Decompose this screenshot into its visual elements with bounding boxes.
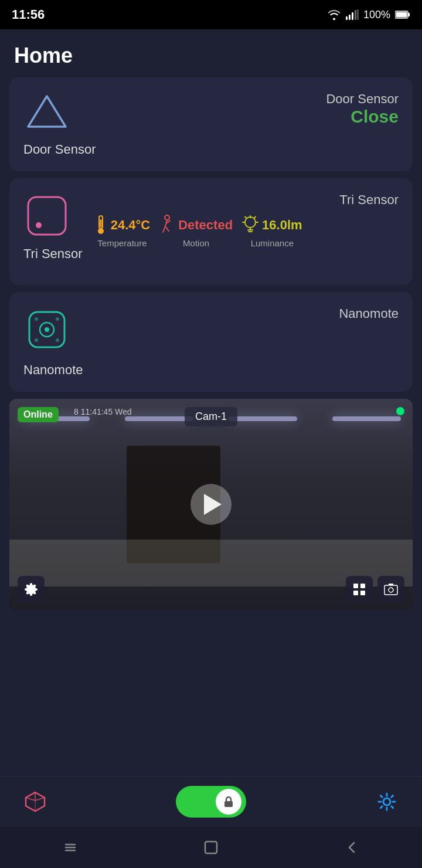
status-time: 11:56 xyxy=(12,7,45,22)
camera-right-buttons xyxy=(346,576,404,603)
svg-rect-7 xyxy=(396,12,407,18)
door-sensor-name-top: Door Sensor xyxy=(326,91,399,107)
camera-name-badge: Cam-1 xyxy=(185,407,237,426)
nanomote-label: Nanomote xyxy=(23,362,399,378)
door-sensor-icon-area xyxy=(23,91,70,133)
nav-lock-thumb xyxy=(216,789,241,815)
svg-line-17 xyxy=(165,226,169,231)
svg-rect-2 xyxy=(352,12,353,20)
header: Home xyxy=(0,29,422,77)
svg-point-30 xyxy=(45,327,49,332)
svg-point-10 xyxy=(36,222,42,228)
tri-sensor-card[interactable]: Tri Sensor Tri Sensor xyxy=(9,178,413,285)
svg-point-33 xyxy=(35,338,38,342)
door-sensor-label: Door Sensor xyxy=(23,142,399,157)
svg-point-32 xyxy=(56,317,59,321)
android-home-button[interactable] xyxy=(203,839,219,856)
svg-line-18 xyxy=(167,221,170,223)
svg-line-16 xyxy=(163,226,165,232)
svg-rect-39 xyxy=(384,585,397,595)
tri-sensor-name-top: Tri Sensor xyxy=(94,192,399,208)
nav-cube-button[interactable] xyxy=(23,790,47,813)
door-sensor-status-area: Door Sensor Close xyxy=(326,91,399,127)
android-nav xyxy=(0,827,422,868)
svg-point-49 xyxy=(383,798,390,805)
nanomote-card[interactable]: Nanomote Nanomote xyxy=(9,292,413,392)
svg-rect-53 xyxy=(205,842,217,853)
svg-rect-12 xyxy=(100,219,101,228)
door-sensor-card[interactable]: Door Sensor Close Door Sensor xyxy=(9,77,413,171)
svg-point-31 xyxy=(35,317,38,321)
tri-sensor-label: Tri Sensor xyxy=(23,246,83,262)
temperature-value: 24.4°C xyxy=(111,218,151,233)
camera-settings-button[interactable] xyxy=(18,576,45,603)
status-icons: 100% xyxy=(327,9,410,21)
camera-card[interactable]: Online 8 11:41:45 Wed Cam-1 xyxy=(9,399,413,610)
motion-icon xyxy=(159,215,175,236)
app-container: Home Door Sensor Close Door Sensor xyxy=(0,29,422,827)
svg-point-13 xyxy=(98,228,104,234)
door-sensor-status: Close xyxy=(326,107,399,127)
nav-settings-button[interactable] xyxy=(375,790,399,813)
luminance-value: 16.0lm xyxy=(262,218,302,233)
luminance-metric: 16.0lm Luminance xyxy=(242,215,302,248)
svg-rect-1 xyxy=(349,15,350,20)
camera-photo-button[interactable] xyxy=(377,576,404,603)
svg-rect-38 xyxy=(360,591,365,595)
wifi-icon xyxy=(327,9,341,20)
camera-bottom-controls xyxy=(18,576,404,603)
svg-point-14 xyxy=(165,215,169,220)
motion-value: Detected xyxy=(178,218,233,233)
svg-line-47 xyxy=(35,798,45,801)
svg-point-40 xyxy=(389,588,393,592)
svg-line-27 xyxy=(254,217,256,218)
battery-text: 100% xyxy=(363,9,390,21)
svg-marker-8 xyxy=(28,96,66,127)
android-recent-button[interactable] xyxy=(62,839,79,856)
svg-line-46 xyxy=(26,798,35,801)
camera-status-dot xyxy=(396,407,404,415)
thermometer-icon xyxy=(94,215,107,236)
bottom-nav xyxy=(0,776,422,827)
nanomote-icon-area xyxy=(23,306,70,353)
svg-rect-9 xyxy=(28,197,66,235)
cards-container: Door Sensor Close Door Sensor Tri Sensor xyxy=(0,77,422,392)
luminance-label: Luminance xyxy=(251,238,294,248)
nav-lock-toggle[interactable] xyxy=(176,786,246,818)
temperature-metric: 24.4°C Temperature xyxy=(94,215,151,248)
svg-rect-4 xyxy=(357,9,359,20)
camera-timestamp: 8 11:41:45 Wed xyxy=(74,407,132,416)
nanomote-name-top: Nanomote xyxy=(339,306,399,321)
motion-metric: Detected Motion xyxy=(159,215,233,248)
svg-point-34 xyxy=(56,338,59,342)
svg-point-19 xyxy=(245,217,256,228)
svg-rect-41 xyxy=(389,584,393,585)
status-bar: 11:56 100% xyxy=(0,0,422,29)
svg-rect-3 xyxy=(355,10,356,20)
camera-online-badge: Online xyxy=(18,407,59,422)
svg-rect-48 xyxy=(224,801,233,807)
svg-rect-37 xyxy=(353,591,358,595)
temperature-label: Temperature xyxy=(97,238,147,248)
page-title: Home xyxy=(14,43,408,68)
bulb-icon xyxy=(242,215,258,236)
svg-line-26 xyxy=(245,217,246,218)
signal-icon xyxy=(346,9,359,20)
motion-label: Motion xyxy=(183,238,209,248)
camera-grid-button[interactable] xyxy=(346,576,373,603)
svg-rect-6 xyxy=(408,13,410,16)
svg-rect-35 xyxy=(353,584,358,588)
svg-rect-0 xyxy=(346,16,348,20)
android-back-button[interactable] xyxy=(343,839,360,856)
battery-icon xyxy=(395,10,410,19)
nanomote-status-area: Nanomote xyxy=(339,306,399,321)
play-button[interactable] xyxy=(190,484,232,525)
svg-rect-36 xyxy=(360,584,365,588)
